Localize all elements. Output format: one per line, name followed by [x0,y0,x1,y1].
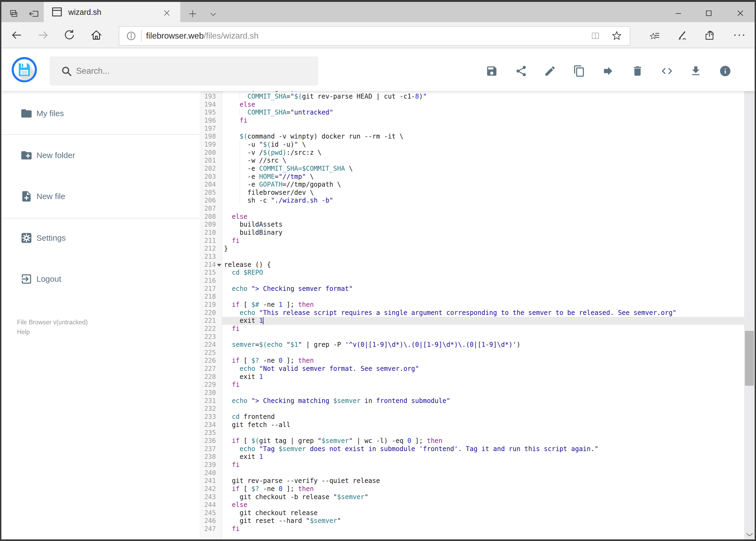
move-button[interactable] [602,65,614,77]
sidebar-item-new-folder[interactable]: New folder [0,149,198,162]
code-line[interactable]: COMMIT_SHA="$(git rev-parse HEAD | cut -… [224,93,427,101]
code-line[interactable]: -w //src \ [224,157,286,165]
code-line[interactable]: sh -c "./wizard.sh -b" [224,197,333,205]
code-line[interactable]: exit 1 [224,453,263,461]
web-notes-pen-icon[interactable] [677,30,688,41]
code-line[interactable]: exit 1 [224,317,263,325]
copy-button[interactable] [573,65,586,77]
tab-preview-icon[interactable] [8,9,18,19]
code-line[interactable]: filebrowser/dev \ [224,189,314,197]
code-editor[interactable]: 192 if [ -d .git ]; then193 COMMIT_SHA="… [200,91,744,539]
line-number: 246 [200,517,216,525]
search-icon [61,65,72,77]
site-info-icon[interactable] [126,31,136,41]
minimize-icon[interactable] [674,9,682,18]
code-line[interactable]: else [224,213,247,221]
code-line[interactable]: if [ $(git tag | grep "$semver" | wc -l)… [224,437,442,445]
code-line[interactable]: semver=$(echo "$1" | grep -P '^v(0|[1-9]… [224,341,520,349]
tab-list-chevron-icon[interactable] [209,10,218,18]
reading-view-icon[interactable] [590,31,601,41]
code-line[interactable]: git checkout release [224,509,318,517]
active-tab[interactable]: wizard.sh [44,2,180,22]
code-line[interactable]: echo "> Checking matching $semver in fro… [224,397,450,405]
code-line[interactable]: cd $REPO [224,269,263,277]
line-number: 202 [200,165,216,173]
sidebar-item-label: New folder [36,151,75,160]
more-options-icon[interactable] [733,33,745,37]
line-number: 224 [200,341,216,349]
code-line[interactable]: -e COMMIT_SHA=$COMMIT_SHA \ [224,165,353,173]
save-button[interactable] [486,65,498,77]
code-line[interactable]: fi [224,525,240,533]
code-line[interactable]: git fetch --all [224,421,290,429]
back-icon[interactable] [10,29,23,41]
code-line[interactable]: git reset --hard "$semver" [224,517,341,525]
sidebar-item-label: Settings [36,234,66,243]
code-line[interactable]: -e HOME="//tmp" \ [224,173,314,181]
code-view-button[interactable] [661,65,673,77]
code-line[interactable]: echo "> Checking semver format" [224,285,353,293]
info-button[interactable] [719,65,731,77]
code-line[interactable]: git rev-parse --verify --quiet release [224,477,380,485]
code-line[interactable]: buildBinary [224,229,283,237]
code-line[interactable]: echo "Not valid semver format. See semve… [224,365,419,373]
code-line[interactable]: if [ $? -ne 0 ]; then [224,357,314,365]
download-button[interactable] [690,65,702,77]
sidebar-item-logout[interactable]: Logout [0,273,198,285]
fold-arrow-icon[interactable] [217,264,221,267]
edit-button[interactable] [544,65,556,77]
code-line[interactable]: $(command -v winpty) docker run --rm -it… [224,133,403,141]
code-line[interactable]: fi [224,117,247,125]
search-input[interactable]: Search... [50,56,318,86]
code-line[interactable]: buildAssets [224,221,283,229]
code-line[interactable]: fi [224,461,240,469]
new-tab-icon[interactable] [188,9,197,18]
code-line[interactable]: cd frontend [224,413,275,421]
filebrowser-logo[interactable] [11,57,37,83]
page-scrollbar[interactable] [744,48,755,539]
share-icon[interactable] [704,30,715,41]
code-line[interactable]: fi [224,325,240,333]
code-line[interactable]: else [224,101,255,109]
code-line[interactable]: release () { [224,261,271,269]
favorite-star-icon[interactable] [611,31,622,41]
code-line[interactable]: exit 1 [224,373,263,381]
forward-icon[interactable] [37,29,49,41]
code-line[interactable]: -e GOPATH=//tmp/gopath \ [224,181,341,189]
code-line[interactable]: git checkout -b release "$semver" [224,493,369,501]
code-line[interactable]: fi [224,237,240,245]
scrollbar-thumb[interactable] [745,331,754,386]
line-number: 243 [200,493,216,501]
sidebar-item-settings[interactable]: Settings [0,232,198,244]
line-number: 227 [200,365,216,373]
address-bar[interactable]: filebrowser.web/files/wizard.sh [119,26,630,46]
share-button[interactable] [515,65,527,77]
line-number: 205 [200,189,216,197]
help-link[interactable]: Help [17,328,30,336]
code-line[interactable]: if [ $? -ne 0 ]; then [224,485,314,493]
scroll-down-icon[interactable] [746,532,753,537]
maximize-icon[interactable] [704,9,713,18]
code-line[interactable]: } [224,245,228,253]
line-number: 234 [200,421,216,429]
code-line[interactable]: else [224,501,247,509]
tab-bar: wizard.sh [1,2,755,22]
line-number: 208 [200,213,216,221]
code-line[interactable]: echo "This release script requires a sin… [224,309,676,317]
hub-icon[interactable] [648,30,660,41]
code-line[interactable]: fi [224,381,240,389]
tabs-aside-icon[interactable] [28,9,39,19]
sidebar-item-new-file[interactable]: New file [0,190,198,203]
sidebar-item-my-files[interactable]: My files [0,107,198,120]
close-window-icon[interactable] [736,9,745,18]
home-icon[interactable] [91,29,102,41]
close-tab-icon[interactable] [163,9,170,16]
code-line[interactable]: -v /$(pwd):/src:z \ [224,149,322,157]
delete-button[interactable] [631,65,644,77]
refresh-icon[interactable] [64,29,75,41]
code-line[interactable]: COMMIT_SHA="untracked" [224,109,333,117]
line-number: 228 [200,373,216,381]
code-line[interactable]: echo "Tag $semver does not exist in subm… [224,445,599,453]
code-line[interactable]: if [ $# -ne 1 ]; then [224,301,314,309]
code-line[interactable]: -u "$(id -u)" \ [224,141,306,149]
